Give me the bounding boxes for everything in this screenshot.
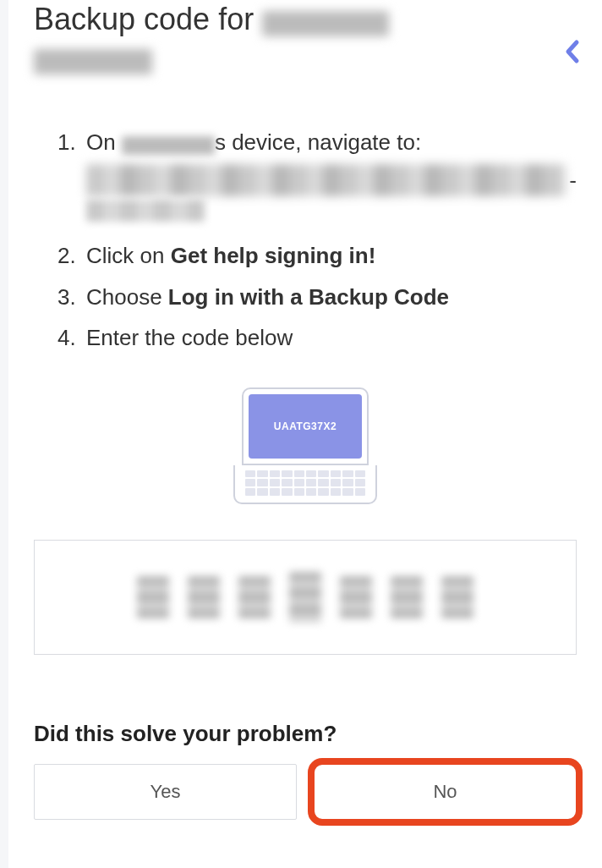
step3-prefix: Choose [86,284,168,310]
step2-prefix: Click on [86,243,171,268]
redacted-name-1: xxxxxx [262,11,389,36]
feedback-question: Did this solve your problem? [34,721,577,747]
redacted-code-digit [391,576,423,618]
redacted-code-digit [188,576,220,618]
feedback-buttons: Yes No [34,764,577,820]
step-1: On xxxs device, navigate to: - [57,127,577,230]
redacted-student-name: xxx [122,136,215,155]
step-3: Choose Log in with a Backup Code [57,282,577,312]
title-prefix: Backup code for [34,2,262,36]
redacted-url-line2 [86,200,205,222]
step-2: Click on Get help signing in! [57,240,577,271]
backup-code-box [34,540,577,655]
step1-prefix: On [86,129,122,155]
redacted-code-digit [441,576,473,618]
instruction-list: On xxxs device, navigate to: - Click on … [34,127,577,354]
step4-text: Enter the code below [86,325,293,350]
no-button[interactable]: No [314,764,577,820]
backup-code-panel: Backup code for xxxxxx xxxxxx On xxxs de… [8,0,602,868]
redacted-code-digit [137,576,169,618]
yes-button[interactable]: Yes [34,764,297,820]
feedback-section: Did this solve your problem? Yes No [34,721,577,820]
step1-suffix: s device, navigate to: [215,129,421,155]
step-4: Enter the code below [57,322,577,353]
redacted-code-digit [238,576,271,618]
redacted-code-digit [289,572,321,623]
redacted-url-line1 [86,164,566,196]
step3-bold: Log in with a Backup Code [168,284,449,310]
step2-bold: Get help signing in! [171,243,376,268]
redacted-name-2: xxxxxx [34,49,152,74]
step1-url-block: - [86,164,577,230]
laptop-illustration: UAATG37X2 [34,387,577,504]
laptop-keyboard-icon [245,470,365,496]
url-dash: - [569,164,577,196]
page-title: Backup code for xxxxxx xxxxxx [34,0,563,76]
header-row: Backup code for xxxxxx xxxxxx [34,0,577,76]
chevron-left-icon[interactable] [563,39,582,68]
redacted-code-digit [340,576,372,618]
laptop-screen-code: UAATG37X2 [249,394,362,459]
